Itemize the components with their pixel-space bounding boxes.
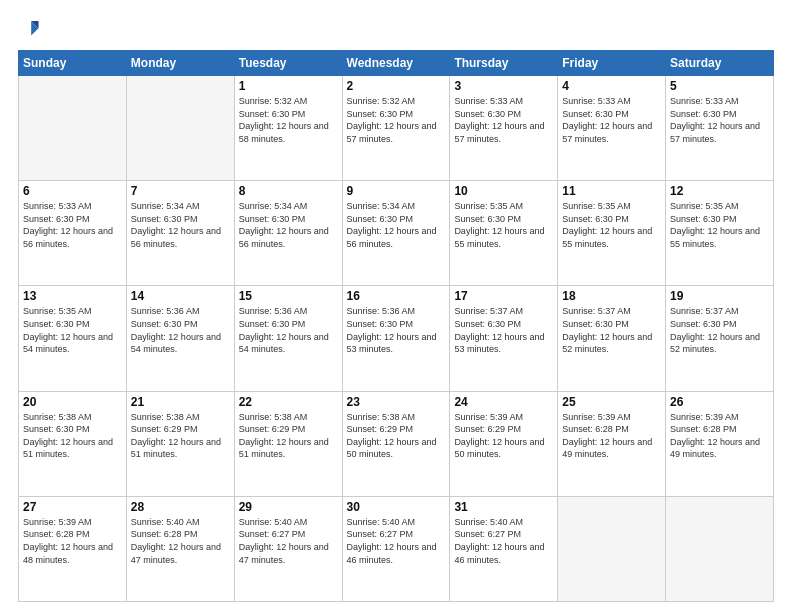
calendar-cell: 1Sunrise: 5:32 AM Sunset: 6:30 PM Daylig… (234, 76, 342, 181)
calendar-cell: 31Sunrise: 5:40 AM Sunset: 6:27 PM Dayli… (450, 496, 558, 601)
day-number: 4 (562, 79, 661, 93)
day-info: Sunrise: 5:34 AM Sunset: 6:30 PM Dayligh… (131, 200, 230, 250)
weekday-header: Friday (558, 51, 666, 76)
calendar-cell: 16Sunrise: 5:36 AM Sunset: 6:30 PM Dayli… (342, 286, 450, 391)
day-number: 5 (670, 79, 769, 93)
calendar-cell: 6Sunrise: 5:33 AM Sunset: 6:30 PM Daylig… (19, 181, 127, 286)
day-number: 25 (562, 395, 661, 409)
weekday-header: Sunday (19, 51, 127, 76)
day-number: 6 (23, 184, 122, 198)
calendar-cell (558, 496, 666, 601)
weekday-header: Thursday (450, 51, 558, 76)
day-info: Sunrise: 5:38 AM Sunset: 6:30 PM Dayligh… (23, 411, 122, 461)
day-info: Sunrise: 5:35 AM Sunset: 6:30 PM Dayligh… (670, 200, 769, 250)
day-info: Sunrise: 5:37 AM Sunset: 6:30 PM Dayligh… (562, 305, 661, 355)
day-number: 3 (454, 79, 553, 93)
day-info: Sunrise: 5:39 AM Sunset: 6:29 PM Dayligh… (454, 411, 553, 461)
day-number: 26 (670, 395, 769, 409)
day-number: 10 (454, 184, 553, 198)
day-info: Sunrise: 5:32 AM Sunset: 6:30 PM Dayligh… (239, 95, 338, 145)
day-info: Sunrise: 5:33 AM Sunset: 6:30 PM Dayligh… (670, 95, 769, 145)
day-number: 9 (347, 184, 446, 198)
calendar-cell: 28Sunrise: 5:40 AM Sunset: 6:28 PM Dayli… (126, 496, 234, 601)
day-number: 24 (454, 395, 553, 409)
day-number: 22 (239, 395, 338, 409)
day-number: 28 (131, 500, 230, 514)
day-info: Sunrise: 5:33 AM Sunset: 6:30 PM Dayligh… (562, 95, 661, 145)
calendar-cell: 5Sunrise: 5:33 AM Sunset: 6:30 PM Daylig… (666, 76, 774, 181)
calendar-cell: 15Sunrise: 5:36 AM Sunset: 6:30 PM Dayli… (234, 286, 342, 391)
day-number: 12 (670, 184, 769, 198)
day-number: 21 (131, 395, 230, 409)
day-number: 23 (347, 395, 446, 409)
day-number: 13 (23, 289, 122, 303)
calendar-week-row: 1Sunrise: 5:32 AM Sunset: 6:30 PM Daylig… (19, 76, 774, 181)
day-number: 2 (347, 79, 446, 93)
weekday-header: Tuesday (234, 51, 342, 76)
calendar-cell (19, 76, 127, 181)
day-info: Sunrise: 5:39 AM Sunset: 6:28 PM Dayligh… (670, 411, 769, 461)
weekday-header: Saturday (666, 51, 774, 76)
calendar-cell: 9Sunrise: 5:34 AM Sunset: 6:30 PM Daylig… (342, 181, 450, 286)
calendar-cell: 10Sunrise: 5:35 AM Sunset: 6:30 PM Dayli… (450, 181, 558, 286)
calendar-cell: 26Sunrise: 5:39 AM Sunset: 6:28 PM Dayli… (666, 391, 774, 496)
day-number: 15 (239, 289, 338, 303)
day-number: 7 (131, 184, 230, 198)
day-number: 30 (347, 500, 446, 514)
calendar-cell: 19Sunrise: 5:37 AM Sunset: 6:30 PM Dayli… (666, 286, 774, 391)
weekday-header: Monday (126, 51, 234, 76)
day-number: 8 (239, 184, 338, 198)
logo (18, 18, 44, 40)
calendar-cell: 3Sunrise: 5:33 AM Sunset: 6:30 PM Daylig… (450, 76, 558, 181)
day-info: Sunrise: 5:38 AM Sunset: 6:29 PM Dayligh… (131, 411, 230, 461)
calendar-cell (126, 76, 234, 181)
calendar-week-row: 6Sunrise: 5:33 AM Sunset: 6:30 PM Daylig… (19, 181, 774, 286)
header (18, 18, 774, 40)
day-info: Sunrise: 5:39 AM Sunset: 6:28 PM Dayligh… (562, 411, 661, 461)
day-info: Sunrise: 5:36 AM Sunset: 6:30 PM Dayligh… (131, 305, 230, 355)
day-info: Sunrise: 5:39 AM Sunset: 6:28 PM Dayligh… (23, 516, 122, 566)
day-number: 14 (131, 289, 230, 303)
day-info: Sunrise: 5:40 AM Sunset: 6:28 PM Dayligh… (131, 516, 230, 566)
day-number: 1 (239, 79, 338, 93)
day-info: Sunrise: 5:36 AM Sunset: 6:30 PM Dayligh… (347, 305, 446, 355)
calendar-cell: 17Sunrise: 5:37 AM Sunset: 6:30 PM Dayli… (450, 286, 558, 391)
calendar-cell: 11Sunrise: 5:35 AM Sunset: 6:30 PM Dayli… (558, 181, 666, 286)
calendar-week-row: 27Sunrise: 5:39 AM Sunset: 6:28 PM Dayli… (19, 496, 774, 601)
calendar-week-row: 20Sunrise: 5:38 AM Sunset: 6:30 PM Dayli… (19, 391, 774, 496)
calendar-cell: 12Sunrise: 5:35 AM Sunset: 6:30 PM Dayli… (666, 181, 774, 286)
day-info: Sunrise: 5:35 AM Sunset: 6:30 PM Dayligh… (454, 200, 553, 250)
calendar-cell: 8Sunrise: 5:34 AM Sunset: 6:30 PM Daylig… (234, 181, 342, 286)
logo-icon (18, 18, 40, 40)
day-info: Sunrise: 5:40 AM Sunset: 6:27 PM Dayligh… (239, 516, 338, 566)
day-info: Sunrise: 5:33 AM Sunset: 6:30 PM Dayligh… (23, 200, 122, 250)
day-info: Sunrise: 5:40 AM Sunset: 6:27 PM Dayligh… (454, 516, 553, 566)
day-info: Sunrise: 5:35 AM Sunset: 6:30 PM Dayligh… (562, 200, 661, 250)
day-info: Sunrise: 5:36 AM Sunset: 6:30 PM Dayligh… (239, 305, 338, 355)
day-info: Sunrise: 5:35 AM Sunset: 6:30 PM Dayligh… (23, 305, 122, 355)
day-number: 31 (454, 500, 553, 514)
day-info: Sunrise: 5:37 AM Sunset: 6:30 PM Dayligh… (454, 305, 553, 355)
calendar-cell: 20Sunrise: 5:38 AM Sunset: 6:30 PM Dayli… (19, 391, 127, 496)
day-number: 17 (454, 289, 553, 303)
day-info: Sunrise: 5:34 AM Sunset: 6:30 PM Dayligh… (347, 200, 446, 250)
calendar-cell: 29Sunrise: 5:40 AM Sunset: 6:27 PM Dayli… (234, 496, 342, 601)
calendar-cell: 23Sunrise: 5:38 AM Sunset: 6:29 PM Dayli… (342, 391, 450, 496)
calendar-cell: 21Sunrise: 5:38 AM Sunset: 6:29 PM Dayli… (126, 391, 234, 496)
day-number: 19 (670, 289, 769, 303)
calendar-cell: 13Sunrise: 5:35 AM Sunset: 6:30 PM Dayli… (19, 286, 127, 391)
weekday-header: Wednesday (342, 51, 450, 76)
calendar-cell: 4Sunrise: 5:33 AM Sunset: 6:30 PM Daylig… (558, 76, 666, 181)
calendar-cell: 30Sunrise: 5:40 AM Sunset: 6:27 PM Dayli… (342, 496, 450, 601)
day-number: 27 (23, 500, 122, 514)
page: SundayMondayTuesdayWednesdayThursdayFrid… (0, 0, 792, 612)
day-info: Sunrise: 5:40 AM Sunset: 6:27 PM Dayligh… (347, 516, 446, 566)
calendar-cell: 27Sunrise: 5:39 AM Sunset: 6:28 PM Dayli… (19, 496, 127, 601)
day-number: 16 (347, 289, 446, 303)
calendar-cell: 25Sunrise: 5:39 AM Sunset: 6:28 PM Dayli… (558, 391, 666, 496)
calendar-cell: 24Sunrise: 5:39 AM Sunset: 6:29 PM Dayli… (450, 391, 558, 496)
calendar-header-row: SundayMondayTuesdayWednesdayThursdayFrid… (19, 51, 774, 76)
day-number: 11 (562, 184, 661, 198)
day-info: Sunrise: 5:33 AM Sunset: 6:30 PM Dayligh… (454, 95, 553, 145)
day-number: 18 (562, 289, 661, 303)
